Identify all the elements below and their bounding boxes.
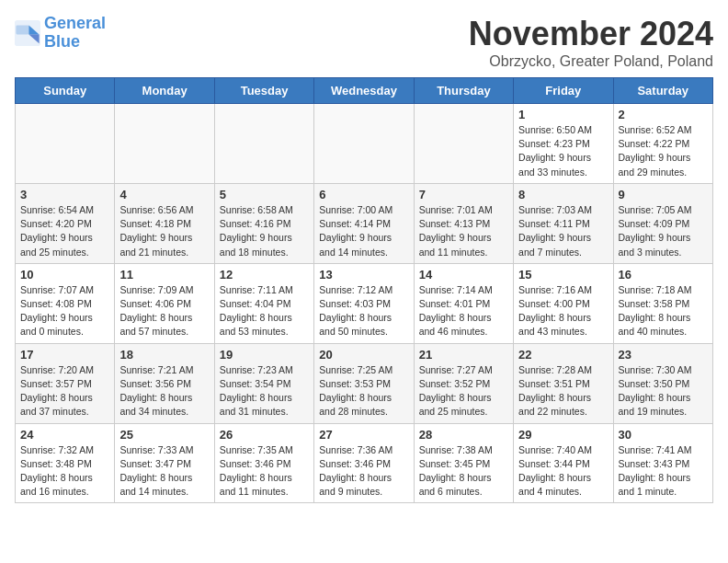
day-number: 26 [220, 428, 309, 442]
day-info: Sunrise: 7:33 AM Sunset: 3:47 PM Dayligh… [119, 443, 209, 500]
col-header-thursday: Thursday [414, 78, 513, 104]
day-number: 23 [619, 348, 708, 362]
day-info: Sunrise: 7:03 AM Sunset: 4:11 PM Dayligh… [518, 203, 608, 259]
day-info: Sunrise: 7:36 AM Sunset: 3:46 PM Dayligh… [319, 443, 408, 500]
day-cell: 18Sunrise: 7:21 AM Sunset: 3:56 PM Dayli… [115, 343, 214, 423]
day-cell: 5Sunrise: 6:58 AM Sunset: 4:16 PM Daylig… [214, 183, 313, 263]
day-info: Sunrise: 7:12 AM Sunset: 4:03 PM Dayligh… [319, 283, 408, 339]
week-row-5: 24Sunrise: 7:32 AM Sunset: 3:48 PM Dayli… [16, 423, 713, 503]
day-number: 11 [119, 268, 209, 282]
day-info: Sunrise: 7:27 AM Sunset: 3:52 PM Dayligh… [419, 363, 508, 419]
day-info: Sunrise: 7:40 AM Sunset: 3:44 PM Dayligh… [518, 443, 608, 500]
title-block: November 2024 Obrzycko, Greater Poland, … [469, 15, 713, 70]
week-row-2: 3Sunrise: 6:54 AM Sunset: 4:20 PM Daylig… [16, 183, 713, 263]
day-cell: 19Sunrise: 7:23 AM Sunset: 3:54 PM Dayli… [214, 343, 313, 423]
location: Obrzycko, Greater Poland, Poland [469, 53, 713, 70]
col-header-saturday: Saturday [613, 78, 712, 104]
day-number: 15 [518, 268, 608, 282]
day-info: Sunrise: 7:25 AM Sunset: 3:53 PM Dayligh… [319, 363, 408, 419]
day-info: Sunrise: 7:18 AM Sunset: 3:58 PM Dayligh… [619, 283, 708, 339]
day-info: Sunrise: 7:00 AM Sunset: 4:14 PM Dayligh… [319, 203, 408, 259]
day-number: 29 [518, 428, 608, 442]
col-header-sunday: Sunday [16, 78, 115, 104]
logo: General Blue [15, 15, 106, 52]
day-number: 16 [619, 268, 708, 282]
day-info: Sunrise: 7:16 AM Sunset: 4:00 PM Dayligh… [518, 283, 608, 339]
day-cell: 30Sunrise: 7:41 AM Sunset: 3:43 PM Dayli… [613, 423, 712, 503]
day-info: Sunrise: 7:14 AM Sunset: 4:01 PM Dayligh… [419, 283, 508, 339]
day-cell: 4Sunrise: 6:56 AM Sunset: 4:18 PM Daylig… [115, 183, 214, 263]
day-cell [214, 104, 313, 184]
day-number: 7 [419, 188, 508, 201]
day-cell: 26Sunrise: 7:35 AM Sunset: 3:46 PM Dayli… [214, 423, 313, 503]
svg-rect-3 [16, 25, 28, 34]
day-cell: 29Sunrise: 7:40 AM Sunset: 3:44 PM Dayli… [514, 423, 613, 503]
day-cell: 13Sunrise: 7:12 AM Sunset: 4:03 PM Dayli… [314, 263, 414, 343]
day-info: Sunrise: 7:01 AM Sunset: 4:13 PM Dayligh… [419, 203, 508, 259]
day-info: Sunrise: 6:58 AM Sunset: 4:16 PM Dayligh… [220, 203, 309, 259]
day-number: 13 [319, 268, 408, 282]
calendar-table: SundayMondayTuesdayWednesdayThursdayFrid… [15, 77, 713, 503]
day-number: 17 [20, 348, 109, 362]
day-cell [16, 104, 115, 184]
header-row: SundayMondayTuesdayWednesdayThursdayFrid… [16, 78, 713, 104]
day-number: 4 [119, 188, 209, 201]
day-number: 28 [419, 428, 508, 442]
day-number: 2 [619, 108, 708, 121]
day-cell: 24Sunrise: 7:32 AM Sunset: 3:48 PM Dayli… [16, 423, 115, 503]
day-info: Sunrise: 6:56 AM Sunset: 4:18 PM Dayligh… [119, 203, 209, 259]
day-info: Sunrise: 7:38 AM Sunset: 3:45 PM Dayligh… [419, 443, 508, 500]
day-cell: 8Sunrise: 7:03 AM Sunset: 4:11 PM Daylig… [514, 183, 613, 263]
day-cell: 23Sunrise: 7:30 AM Sunset: 3:50 PM Dayli… [613, 343, 712, 423]
day-cell: 20Sunrise: 7:25 AM Sunset: 3:53 PM Dayli… [314, 343, 414, 423]
day-cell: 9Sunrise: 7:05 AM Sunset: 4:09 PM Daylig… [613, 183, 712, 263]
day-info: Sunrise: 7:05 AM Sunset: 4:09 PM Dayligh… [619, 203, 708, 259]
day-info: Sunrise: 7:35 AM Sunset: 3:46 PM Dayligh… [220, 443, 309, 500]
day-info: Sunrise: 7:41 AM Sunset: 3:43 PM Dayligh… [619, 443, 708, 500]
day-number: 1 [518, 108, 608, 121]
day-number: 25 [119, 428, 209, 442]
day-info: Sunrise: 6:54 AM Sunset: 4:20 PM Dayligh… [20, 203, 109, 259]
day-cell: 21Sunrise: 7:27 AM Sunset: 3:52 PM Dayli… [414, 343, 513, 423]
day-cell: 16Sunrise: 7:18 AM Sunset: 3:58 PM Dayli… [613, 263, 712, 343]
day-cell [115, 104, 214, 184]
logo-text: General Blue [44, 15, 106, 52]
day-cell: 1Sunrise: 6:50 AM Sunset: 4:23 PM Daylig… [514, 104, 613, 184]
header: General Blue November 2024 Obrzycko, Gre… [15, 15, 713, 70]
week-row-1: 1Sunrise: 6:50 AM Sunset: 4:23 PM Daylig… [16, 104, 713, 184]
day-info: Sunrise: 7:30 AM Sunset: 3:50 PM Dayligh… [619, 363, 708, 419]
day-number: 12 [220, 268, 309, 282]
day-cell: 17Sunrise: 7:20 AM Sunset: 3:57 PM Dayli… [16, 343, 115, 423]
day-cell: 6Sunrise: 7:00 AM Sunset: 4:14 PM Daylig… [314, 183, 414, 263]
day-number: 24 [20, 428, 109, 442]
col-header-friday: Friday [514, 78, 613, 104]
col-header-monday: Monday [115, 78, 214, 104]
day-number: 18 [119, 348, 209, 362]
day-info: Sunrise: 7:23 AM Sunset: 3:54 PM Dayligh… [220, 363, 309, 419]
day-cell: 22Sunrise: 7:28 AM Sunset: 3:51 PM Dayli… [514, 343, 613, 423]
day-cell [314, 104, 414, 184]
week-row-4: 17Sunrise: 7:20 AM Sunset: 3:57 PM Dayli… [16, 343, 713, 423]
day-number: 20 [319, 348, 408, 362]
day-info: Sunrise: 7:28 AM Sunset: 3:51 PM Dayligh… [518, 363, 608, 419]
day-info: Sunrise: 7:32 AM Sunset: 3:48 PM Dayligh… [20, 443, 109, 500]
day-cell: 27Sunrise: 7:36 AM Sunset: 3:46 PM Dayli… [314, 423, 414, 503]
day-number: 9 [619, 188, 708, 201]
day-number: 3 [20, 188, 109, 201]
day-info: Sunrise: 7:21 AM Sunset: 3:56 PM Dayligh… [119, 363, 209, 419]
day-number: 5 [220, 188, 309, 201]
day-info: Sunrise: 7:11 AM Sunset: 4:04 PM Dayligh… [220, 283, 309, 339]
page: General Blue November 2024 Obrzycko, Gre… [0, 0, 728, 518]
day-cell: 10Sunrise: 7:07 AM Sunset: 4:08 PM Dayli… [16, 263, 115, 343]
day-info: Sunrise: 7:09 AM Sunset: 4:06 PM Dayligh… [119, 283, 209, 339]
day-info: Sunrise: 7:07 AM Sunset: 4:08 PM Dayligh… [20, 283, 109, 339]
day-cell: 14Sunrise: 7:14 AM Sunset: 4:01 PM Dayli… [414, 263, 513, 343]
logo-icon [15, 20, 40, 46]
day-number: 6 [319, 188, 408, 201]
day-info: Sunrise: 7:20 AM Sunset: 3:57 PM Dayligh… [20, 363, 109, 419]
day-number: 27 [319, 428, 408, 442]
day-info: Sunrise: 6:52 AM Sunset: 4:22 PM Dayligh… [619, 123, 708, 179]
day-cell: 12Sunrise: 7:11 AM Sunset: 4:04 PM Dayli… [214, 263, 313, 343]
day-number: 19 [220, 348, 309, 362]
day-cell: 11Sunrise: 7:09 AM Sunset: 4:06 PM Dayli… [115, 263, 214, 343]
